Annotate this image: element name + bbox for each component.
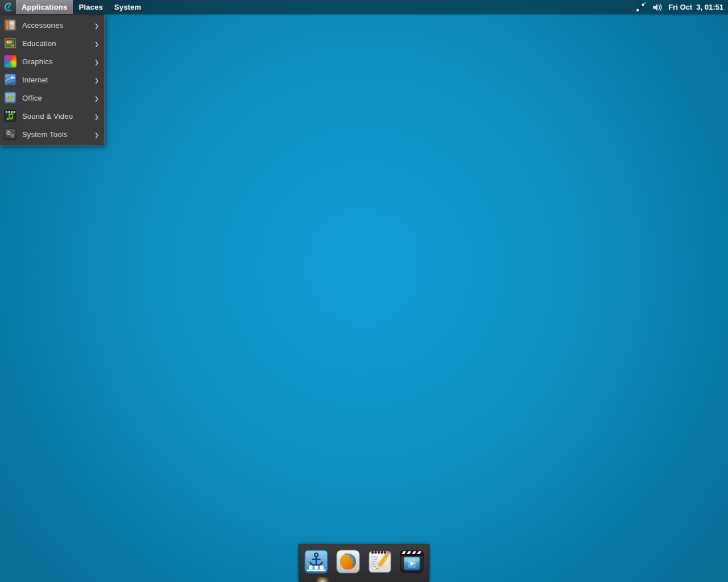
system-tools-icon: ⚙ ⚙	[4, 128, 16, 140]
desktop-wallpaper	[0, 0, 728, 582]
menu-item-label: Internet	[22, 76, 95, 84]
menu-item-education[interactable]: 3+1 Education ›	[0, 34, 104, 52]
sound-video-icon	[4, 110, 16, 122]
submenu-chevron-icon: ›	[95, 73, 98, 86]
graphics-icon	[4, 55, 16, 68]
dock-item-media-player[interactable]	[399, 549, 424, 574]
tray-drag-handle[interactable]	[626, 2, 630, 12]
svg-text:⚙: ⚙	[10, 133, 14, 139]
submenu-chevron-icon: ›	[95, 18, 98, 32]
menubar-places[interactable]: Places	[73, 0, 108, 14]
submenu-chevron-icon: ›	[95, 127, 98, 141]
submenu-chevron-icon: ›	[95, 36, 98, 50]
system-tray: Fri Oct 3, 01:51	[626, 0, 728, 14]
applications-menu: Accessories › 3+1 Education › Graphics ›	[0, 14, 105, 146]
accessories-icon	[4, 19, 16, 31]
menubar: Applications Places System	[0, 0, 147, 14]
dock	[299, 544, 429, 582]
internet-icon	[4, 73, 16, 86]
menu-item-label: Sound & Video	[22, 112, 95, 120]
education-icon: 3+1	[4, 37, 16, 49]
panel-clock[interactable]: Fri Oct 3, 01:51	[667, 3, 723, 11]
menu-item-system-tools[interactable]: ⚙ ⚙ System Tools ›	[0, 125, 104, 143]
menu-item-label: Office	[22, 94, 95, 102]
menu-item-sound-video[interactable]: Sound & Video ›	[0, 107, 104, 125]
submenu-chevron-icon: ›	[95, 109, 98, 123]
distro-logo-icon[interactable]	[0, 0, 16, 14]
running-indicator-glow	[314, 577, 331, 582]
dock-item-docky-anchor[interactable]	[304, 549, 329, 574]
menu-item-label: System Tools	[22, 130, 95, 139]
menu-item-office[interactable]: Office ›	[0, 89, 104, 107]
menu-item-label: Graphics	[22, 57, 95, 66]
menu-item-graphics[interactable]: Graphics ›	[0, 52, 104, 70]
volume-icon[interactable]	[651, 1, 663, 14]
menu-item-internet[interactable]: Internet ›	[0, 70, 104, 89]
menubar-system[interactable]: System	[109, 0, 147, 14]
menu-item-accessories[interactable]: Accessories ›	[0, 16, 104, 34]
office-icon	[4, 92, 16, 104]
submenu-chevron-icon: ›	[95, 91, 98, 105]
dock-item-notes[interactable]	[367, 549, 392, 574]
menu-item-label: Accessories	[22, 21, 95, 30]
connector-icon[interactable]	[634, 1, 647, 14]
svg-text:3+1: 3+1	[6, 41, 12, 44]
menubar-applications[interactable]: Applications	[16, 0, 73, 14]
menu-item-label: Education	[22, 39, 95, 48]
dock-item-firefox[interactable]	[336, 549, 361, 574]
submenu-chevron-icon: ›	[95, 55, 98, 68]
top-panel: Applications Places System Fri Oct 3, 01…	[0, 0, 728, 14]
